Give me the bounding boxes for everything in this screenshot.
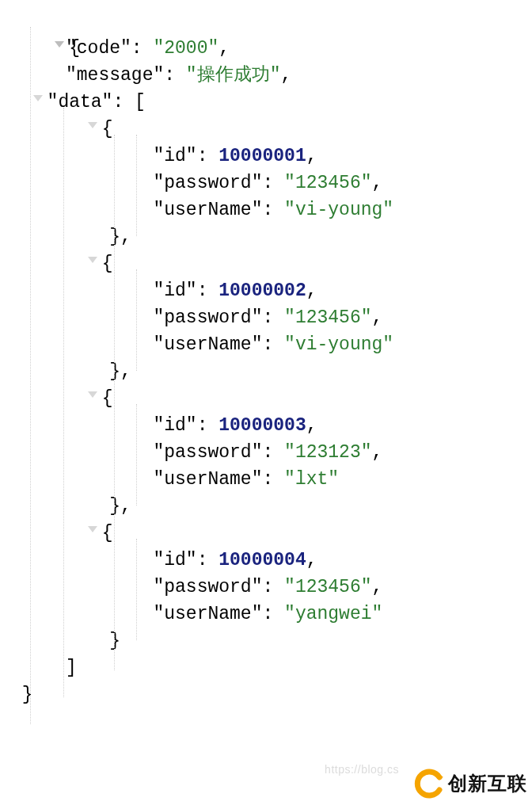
json-line: "id": 10000001,	[11, 143, 524, 170]
json-line: },	[11, 493, 524, 520]
json-line: "id": 10000004,	[11, 547, 524, 574]
json-key: "userName"	[153, 200, 262, 220]
brace-open: {	[102, 523, 113, 544]
json-key: "userName"	[153, 334, 262, 355]
json-string: "操作成功"	[186, 65, 281, 86]
json-string: "123456"	[284, 307, 371, 328]
logo-icon	[413, 768, 445, 799]
brace-close: }	[109, 631, 120, 651]
brace-open: {	[102, 119, 113, 139]
json-key: "id"	[153, 280, 196, 301]
json-key: "password"	[153, 173, 262, 193]
json-viewer: { "code": "2000", "message": "操作成功", "da…	[11, 8, 524, 708]
json-string: "vi-young"	[284, 200, 393, 220]
svg-marker-0	[437, 773, 443, 779]
json-line: {	[11, 116, 524, 143]
watermark-url: https://blog.cs	[325, 756, 399, 783]
json-number: 10000003	[218, 415, 306, 436]
json-line: "password": "123456",	[11, 304, 524, 331]
brace-open: {	[102, 388, 113, 409]
json-line: {	[11, 520, 524, 547]
brand-name: 创新互联	[448, 770, 527, 797]
chevron-down-icon[interactable]	[88, 526, 97, 532]
json-key: "id"	[153, 550, 196, 570]
json-line: },	[11, 223, 524, 250]
json-key: "password"	[153, 577, 262, 597]
json-line: "userName": "yangwei"	[11, 601, 524, 628]
json-string: "lxt"	[284, 469, 339, 490]
brace-close: }	[109, 227, 120, 247]
json-string: "yangwei"	[284, 604, 382, 624]
json-key: "password"	[153, 307, 262, 328]
json-line: "id": 10000002,	[11, 277, 524, 304]
json-string: "2000"	[153, 38, 218, 59]
json-line: {	[11, 250, 524, 277]
json-key: "id"	[153, 415, 196, 436]
json-key: "userName"	[153, 604, 262, 624]
json-line: "password": "123123",	[11, 439, 524, 466]
json-line: "password": "123456",	[11, 170, 524, 196]
chevron-down-icon[interactable]	[88, 122, 97, 128]
chevron-down-icon[interactable]	[88, 257, 97, 263]
json-line: }	[11, 628, 524, 654]
brace-close: }	[22, 685, 33, 705]
brace-close: }	[109, 361, 120, 382]
brace-close: }	[109, 496, 120, 517]
json-line: "userName": "vi-young"	[11, 331, 524, 358]
json-number: 10000002	[218, 280, 306, 301]
json-number: 10000001	[218, 146, 306, 166]
json-line: {	[11, 8, 524, 35]
json-key: "password"	[153, 442, 262, 463]
json-line: "code": "2000",	[11, 35, 524, 62]
json-line: "userName": "lxt"	[11, 466, 524, 493]
chevron-down-icon[interactable]	[88, 391, 97, 398]
json-key: "userName"	[153, 469, 262, 490]
json-line: ]	[11, 654, 524, 681]
json-line: }	[11, 681, 524, 708]
json-line: "userName": "vi-young"	[11, 196, 524, 223]
json-key: "message"	[66, 65, 164, 86]
bracket-close: ]	[66, 658, 77, 678]
json-line: "id": 10000003,	[11, 412, 524, 439]
brand-logo: 创新互联	[410, 762, 532, 805]
bracket-open: [	[135, 92, 146, 113]
json-string: "123456"	[284, 173, 371, 193]
brace-open: {	[102, 254, 113, 274]
json-number: 10000004	[218, 550, 306, 570]
json-string: "123456"	[284, 577, 371, 597]
json-line: {	[11, 385, 524, 412]
json-line: },	[11, 358, 524, 385]
chevron-down-icon[interactable]	[33, 95, 43, 101]
json-key: "data"	[48, 92, 113, 113]
json-line: "password": "123456",	[11, 574, 524, 601]
json-line: "data": [	[11, 89, 524, 116]
json-key: "code"	[66, 38, 131, 59]
json-string: "vi-young"	[284, 334, 393, 355]
json-line: "message": "操作成功",	[11, 62, 524, 89]
json-key: "id"	[153, 146, 196, 166]
json-string: "123123"	[284, 442, 371, 463]
